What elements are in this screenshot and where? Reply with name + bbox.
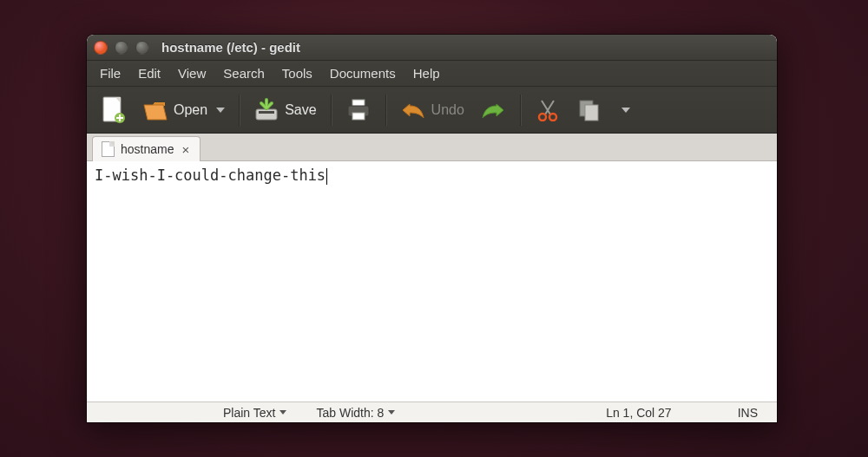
tabwidth-selector[interactable]: Tab Width: 8 [309, 406, 402, 420]
copy-button[interactable] [571, 94, 608, 127]
toolbar: Open Save Undo [87, 87, 777, 134]
chevron-down-icon [279, 410, 286, 415]
copy-icon [576, 97, 602, 123]
redo-icon [480, 97, 506, 123]
svg-point-8 [539, 114, 546, 121]
toolbar-separator [385, 95, 386, 126]
window-title: hostname (/etc) - gedit [161, 40, 300, 55]
cut-button[interactable] [529, 94, 566, 127]
text-cursor [326, 168, 327, 185]
toolbar-separator [331, 95, 332, 126]
svg-rect-4 [259, 111, 274, 114]
toolbar-separator [239, 95, 240, 126]
document-icon [102, 141, 115, 157]
minimize-icon[interactable] [115, 41, 128, 55]
language-label: Plain Text [223, 406, 275, 420]
redo-button[interactable] [475, 94, 511, 127]
toolbar-overflow[interactable] [613, 104, 635, 116]
menu-edit[interactable]: Edit [130, 62, 168, 84]
menu-tools[interactable]: Tools [274, 62, 320, 84]
titlebar[interactable]: hostname (/etc) - gedit [87, 35, 777, 61]
app-window: hostname (/etc) - gedit File Edit View S… [87, 35, 777, 422]
tab-label: hostname [121, 142, 174, 156]
save-label: Save [285, 102, 316, 118]
editor-content: I-wish-I-could-change-this [95, 166, 326, 184]
svg-rect-11 [585, 105, 598, 121]
toolbar-separator [520, 95, 521, 126]
tabwidth-label: Tab Width: 8 [316, 406, 384, 420]
new-document-icon [101, 97, 127, 123]
menu-documents[interactable]: Documents [322, 62, 404, 84]
menu-file[interactable]: File [92, 62, 128, 84]
svg-point-9 [549, 114, 556, 121]
undo-label: Undo [431, 102, 464, 118]
undo-icon [400, 97, 426, 123]
open-label: Open [174, 102, 207, 118]
menu-view[interactable]: View [170, 62, 214, 84]
menu-help[interactable]: Help [405, 62, 448, 84]
tab-hostname[interactable]: hostname × [92, 136, 201, 161]
chevron-down-icon [621, 108, 630, 113]
save-button[interactable]: Save [248, 94, 321, 127]
print-icon [345, 97, 372, 123]
position-label: Ln 1, Col 27 [606, 406, 672, 420]
cut-icon [535, 97, 561, 123]
new-button[interactable] [95, 94, 132, 127]
close-tab-icon[interactable]: × [180, 142, 191, 157]
print-button[interactable] [340, 94, 377, 127]
maximize-icon[interactable] [135, 41, 149, 55]
svg-rect-3 [256, 109, 277, 120]
chevron-down-icon[interactable] [216, 108, 225, 113]
open-button[interactable]: Open [137, 94, 230, 127]
mode-label: INS [738, 406, 758, 420]
cursor-position: Ln 1, Col 27 [599, 406, 679, 420]
svg-rect-7 [352, 113, 365, 120]
undo-button[interactable]: Undo [395, 94, 470, 127]
tab-bar: hostname × [87, 134, 777, 161]
text-editor[interactable]: I-wish-I-could-change-this [87, 161, 777, 402]
language-selector[interactable]: Plain Text [216, 406, 293, 420]
chevron-down-icon [388, 410, 395, 415]
insert-mode[interactable]: INS [731, 406, 765, 420]
menubar: File Edit View Search Tools Documents He… [87, 61, 777, 87]
statusbar: Plain Text Tab Width: 8 Ln 1, Col 27 INS [87, 402, 777, 422]
open-folder-icon [142, 97, 168, 123]
close-icon[interactable] [94, 41, 108, 55]
menu-search[interactable]: Search [215, 62, 273, 84]
save-icon [253, 97, 279, 123]
